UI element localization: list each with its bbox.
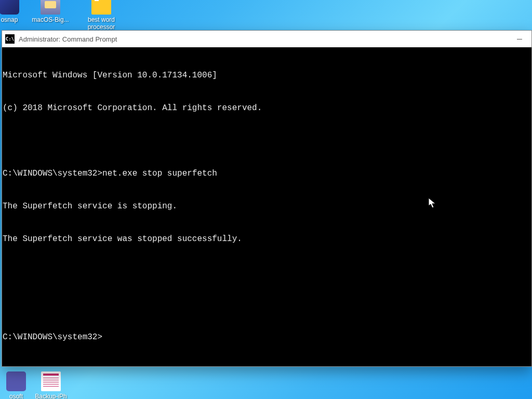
desktop-icon-label: best word processor <box>88 16 115 31</box>
command-prompt-window: C:\ Administrator: Command Prompt Micros… <box>2 30 532 367</box>
desktop-icon-label: osoft <box>9 393 23 399</box>
terminal-line: C:\WINDOWS\system32>net.exe stop superfe… <box>2 168 531 179</box>
desktop-icon-best-word[interactable]: best word processor <box>81 0 122 31</box>
terminal-output[interactable]: Microsoft Windows [Version 10.0.17134.10… <box>2 47 531 365</box>
terminal-line: Microsoft Windows [Version 10.0.17134.10… <box>2 70 531 81</box>
minimize-icon <box>517 39 522 39</box>
prompt-text: C:\WINDOWS\system32> <box>3 332 102 342</box>
desktop-icon-macos-big[interactable]: macOS-Big... <box>30 0 71 23</box>
cmd-icon: C:\ <box>5 34 15 44</box>
terminal-line: The Superfetch service is stopping. <box>2 201 531 212</box>
terminal-line: C:\WINDOWS\system32> <box>2 332 531 343</box>
terminal-line <box>2 136 531 147</box>
generic-app-icon <box>0 0 19 15</box>
titlebar[interactable]: C:\ Administrator: Command Prompt <box>2 31 531 47</box>
desktop-icon-label: macOS-Big... <box>32 16 69 23</box>
desktop-icon-label: Backup-iPh <box>35 393 66 399</box>
terminal-line: (c) 2018 Microsoft Corporation. All righ… <box>2 103 531 114</box>
terminal-line <box>2 299 531 310</box>
desktop-icon-backup[interactable]: Backup-iPh <box>30 371 72 399</box>
disk-image-icon <box>41 0 60 15</box>
command-text: net.exe stop superfetch <box>102 169 217 178</box>
terminal-line: The Superfetch service was stopped succe… <box>2 234 531 245</box>
folder-icon <box>91 0 111 15</box>
terminal-line <box>2 267 531 277</box>
window-title: Administrator: Command Prompt <box>19 35 117 43</box>
document-icon <box>41 371 61 391</box>
prompt-text: C:\WINDOWS\system32> <box>3 169 102 178</box>
desktop-icon-osnap[interactable]: osnap <box>0 0 30 23</box>
teams-icon <box>6 371 26 391</box>
minimize-button[interactable] <box>508 31 531 47</box>
desktop-icon-label: osnap <box>1 16 18 23</box>
